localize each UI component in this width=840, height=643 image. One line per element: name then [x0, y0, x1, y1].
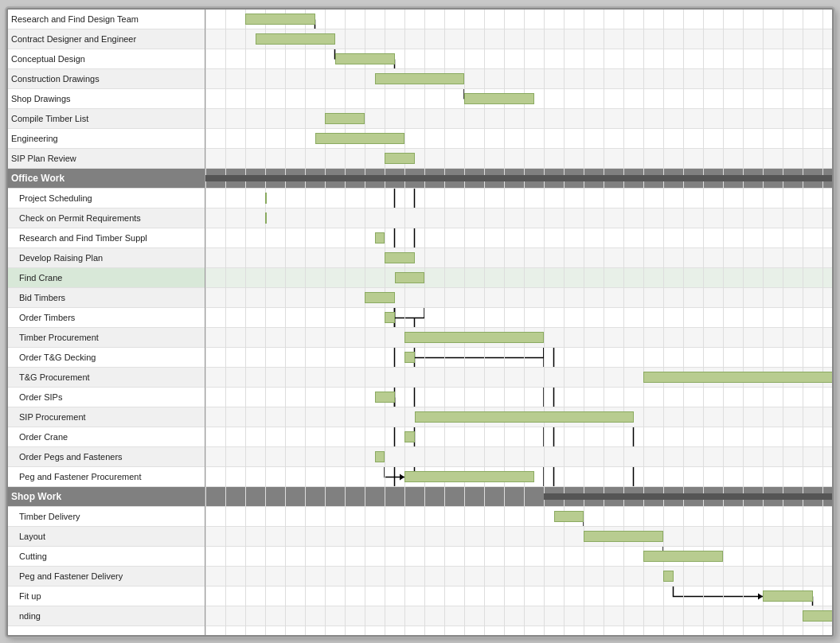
task-row: Engineering: [8, 129, 205, 149]
gantt-bar: [643, 372, 832, 383]
task-row: Bid Timbers: [8, 288, 205, 308]
task-row: Peg and Fastener Delivery: [8, 567, 205, 586]
task-row: Order Pegs and Fasteners: [8, 447, 205, 467]
grid-line: [424, 10, 425, 635]
gantt-bar: [404, 431, 415, 442]
task-row: Project Scheduling: [8, 189, 205, 208]
task-row: Shop Work: [8, 487, 205, 507]
grid-line: [703, 10, 704, 635]
grid-line: [763, 10, 764, 635]
grid-line: [404, 10, 405, 635]
task-label: SIP Procurement: [19, 412, 86, 422]
grid-line: [564, 10, 565, 635]
gantt-bar: [395, 272, 425, 283]
task-row: T&G Procurement: [8, 368, 205, 388]
task-row: Timber Delivery: [8, 507, 205, 527]
task-label: Order Pegs and Fasteners: [19, 452, 123, 462]
chart-row: [205, 308, 832, 328]
task-label: Research and Find Timber Suppl: [19, 233, 147, 243]
gantt-bar: [205, 175, 832, 181]
grid-line: [544, 10, 545, 635]
task-label: Timber Procurement: [19, 333, 99, 342]
grid-line: [265, 10, 266, 635]
gantt-bar: [375, 392, 395, 403]
chart-row: [205, 149, 832, 169]
task-row: Peg and Fastener Procurement: [8, 467, 205, 487]
grid-line: [325, 10, 326, 635]
task-row: Office Work: [8, 169, 205, 189]
chart-row: [205, 527, 832, 547]
grid-line: [245, 10, 246, 635]
gantt-bar: [265, 193, 267, 204]
gantt-bar: [643, 551, 723, 562]
task-list: Research and Find Design TeamContract De…: [8, 10, 205, 635]
chart-row: [205, 49, 832, 69]
gantt-bar: [325, 113, 365, 124]
grid-line: [285, 10, 286, 635]
task-label: Construction Drawings: [11, 74, 100, 84]
chart-row: [205, 447, 832, 467]
chart-row: [205, 248, 832, 268]
chart-row: [205, 288, 832, 308]
task-row: Order Timbers: [8, 308, 205, 328]
task-row: nding: [8, 606, 205, 626]
task-label: Peg and Fastener Procurement: [19, 472, 141, 481]
grid-line: [345, 10, 346, 635]
task-row: Find Crane: [8, 268, 205, 288]
grid-line: [803, 10, 803, 635]
gantt-bar: [415, 411, 634, 423]
grid-line: [822, 10, 823, 635]
chart-row: [205, 69, 832, 89]
task-row: Compile Timber List: [8, 109, 205, 129]
grid-line: [723, 10, 724, 635]
task-label: Office Work: [11, 173, 64, 184]
gantt-bar: [584, 531, 663, 542]
gantt-bar: [803, 610, 832, 622]
gantt-bar: [544, 493, 832, 500]
gantt-bar: [385, 312, 395, 323]
task-row: SIP Procurement: [8, 407, 205, 427]
task-row: Cutting: [8, 547, 205, 567]
chart-row: [205, 388, 832, 407]
task-label: Find Crane: [19, 273, 62, 283]
grid-line: [444, 10, 445, 635]
gantt-bar: [404, 332, 544, 343]
task-label: SIP Plan Review: [11, 154, 76, 163]
gantt-bar: [763, 590, 813, 602]
gantt-bar: [404, 352, 415, 363]
task-label: Bid Timbers: [19, 293, 65, 302]
chart-row: [205, 427, 832, 447]
gantt-bar: [315, 133, 405, 144]
task-label: Peg and Fastener Delivery: [19, 571, 123, 581]
task-row: Construction Drawings: [8, 69, 205, 89]
task-label: Develop Raising Plan: [19, 253, 103, 263]
grid-line: [225, 10, 226, 635]
task-label: Order Timbers: [19, 313, 75, 322]
gantt-bar: [554, 511, 584, 522]
task-label: Order Crane: [19, 432, 68, 442]
task-label: nding: [19, 611, 41, 621]
grid-line: [205, 10, 206, 635]
task-row: Order Crane: [8, 427, 205, 447]
task-label: Order SIPs: [19, 392, 62, 402]
gantt-container: Research and Find Design TeamContract De…: [8, 10, 832, 635]
chart-row: [205, 507, 832, 527]
grid-line: [743, 10, 744, 635]
gantt-bar: [464, 93, 534, 104]
task-row: Layout: [8, 527, 205, 547]
chart-row: [205, 586, 832, 606]
task-row: Research and Find Design Team: [8, 10, 205, 29]
task-label: Project Scheduling: [19, 193, 92, 203]
task-label: Conceptual Design: [11, 54, 85, 64]
task-row: Contract Designer and Engineer: [8, 29, 205, 49]
chart-row: [205, 228, 832, 248]
gantt-bar: [265, 212, 267, 224]
gantt-bar: [245, 14, 315, 25]
task-label: Shop Work: [11, 491, 61, 502]
grid-line: [365, 10, 365, 635]
task-row: Check on Permit Requirements: [8, 208, 205, 228]
gantt-bar: [365, 292, 395, 303]
task-row: Timber Procurement: [8, 328, 205, 348]
task-label: Engineering: [11, 134, 58, 143]
task-label: Research and Find Design Team: [11, 14, 139, 24]
